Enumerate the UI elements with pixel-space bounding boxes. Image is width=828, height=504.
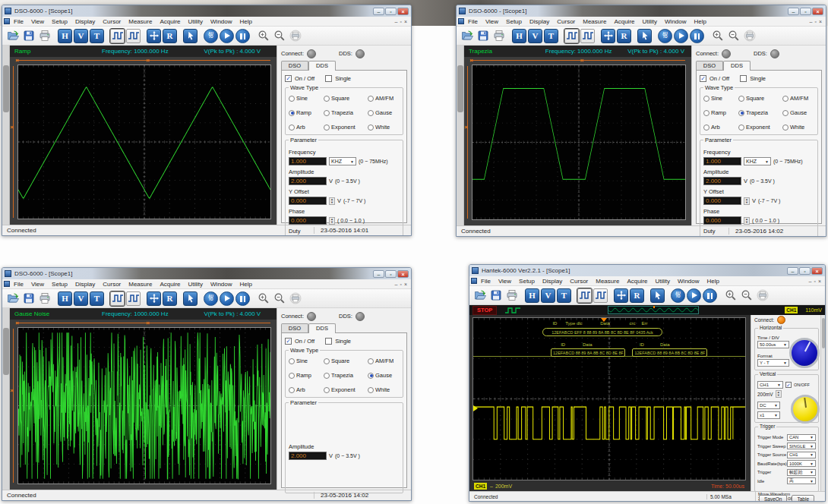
- open-button[interactable]: [460, 29, 474, 43]
- onoff-checkbox[interactable]: ✓: [700, 75, 706, 82]
- single-checkbox[interactable]: [325, 338, 332, 345]
- param-phase-spinner[interactable]: ▲▼: [744, 217, 750, 225]
- menu-item-utility[interactable]: Utility: [185, 18, 207, 25]
- print-preview-button[interactable]: [755, 288, 770, 303]
- menu-item-acquire[interactable]: Acquire: [156, 281, 184, 288]
- menu-item-file[interactable]: File: [464, 18, 482, 25]
- wave-option-white[interactable]: White: [368, 124, 400, 131]
- menu-item-display[interactable]: Display: [526, 18, 553, 25]
- trigger-trigger-select[interactable]: 帧起始▼: [787, 469, 816, 476]
- param-frequency-unit-select[interactable]: KHZ▼: [329, 157, 356, 165]
- wave-option-sine[interactable]: Sine: [703, 95, 738, 102]
- zoom-out-button[interactable]: [726, 29, 741, 43]
- pan-zoom-button[interactable]: [147, 29, 161, 43]
- horizontal-setup-button[interactable]: H: [512, 29, 526, 43]
- wave-option-exponent[interactable]: Exponent: [324, 124, 368, 131]
- zoom-out-button[interactable]: [272, 29, 286, 43]
- pan-zoom-button[interactable]: [601, 29, 615, 43]
- scrollbar-thumb[interactable]: [822, 318, 825, 348]
- trigger-position-marker[interactable]: [601, 318, 607, 322]
- titlebar[interactable]: DSO-6000 - [Scope1] – ▫ ×: [457, 5, 826, 17]
- wave-option-gause[interactable]: Gause: [368, 372, 400, 379]
- trigger-level-marker[interactable]: [473, 405, 478, 411]
- channel-badge[interactable]: CH1: [474, 483, 487, 490]
- wave-option-sine[interactable]: Sine: [289, 358, 324, 364]
- param-y-offset-spinner[interactable]: ▲▼: [329, 197, 335, 205]
- wave-option-square[interactable]: Square: [324, 358, 368, 364]
- minimize-button[interactable]: –: [788, 8, 799, 15]
- tab-dds[interactable]: DDS: [308, 61, 336, 71]
- menu-item-help[interactable]: Help: [691, 18, 710, 25]
- radio-exponent[interactable]: [324, 124, 330, 131]
- mdi-minimize-button[interactable]: –: [395, 282, 398, 287]
- save-button[interactable]: [476, 29, 490, 43]
- radio-ramp[interactable]: [289, 110, 295, 116]
- record-button[interactable]: R: [617, 29, 631, 43]
- radio-sine[interactable]: [703, 96, 709, 102]
- channel-select[interactable]: CH1▼: [757, 381, 783, 389]
- param-y-offset-spinner[interactable]: ▲▼: [744, 197, 750, 205]
- zoom-in-button[interactable]: [710, 29, 725, 43]
- wave-option-ramp[interactable]: Ramp: [289, 372, 324, 379]
- menu-item-help[interactable]: Help: [236, 281, 256, 288]
- wave-option-am-fm[interactable]: AM/FM: [368, 358, 400, 364]
- radio-gause[interactable]: [368, 373, 374, 379]
- pause-button[interactable]: [235, 29, 250, 43]
- radio-ramp[interactable]: [703, 110, 709, 116]
- param-amplitude-field[interactable]: 2.000: [289, 452, 327, 460]
- menu-item-measure[interactable]: Measure: [579, 18, 610, 25]
- minimize-button[interactable]: –: [373, 8, 384, 15]
- coupling-select[interactable]: DC▼: [757, 402, 780, 409]
- pan-zoom-button[interactable]: [614, 288, 628, 303]
- menu-item-file[interactable]: File: [10, 18, 27, 25]
- wave-option-exponent[interactable]: Exponent: [738, 124, 782, 131]
- cursor-tool-button[interactable]: [183, 291, 198, 306]
- param-amplitude-field[interactable]: 2.000: [703, 177, 741, 185]
- autoset-button[interactable]: AUTO: [204, 29, 218, 43]
- vertical-knob[interactable]: [791, 395, 820, 424]
- print-button[interactable]: [491, 29, 506, 43]
- waveform-mode-2-button[interactable]: [126, 291, 141, 306]
- wave-option-am-fm[interactable]: AM/FM: [368, 95, 400, 102]
- trigger-setup-button[interactable]: T: [544, 29, 558, 43]
- close-button[interactable]: ×: [812, 8, 823, 15]
- param-y-offset-field[interactable]: 0.000: [289, 197, 327, 205]
- scale-spinner[interactable]: ▲▼: [776, 390, 782, 398]
- run-button[interactable]: [687, 288, 701, 303]
- left-scrollbar[interactable]: [2, 308, 10, 490]
- open-button[interactable]: [472, 288, 487, 303]
- param-frequency-field[interactable]: 1.000: [289, 157, 327, 165]
- format-select[interactable]: Y - T▼: [757, 359, 789, 367]
- mdi-restore-button[interactable]: ▫: [400, 282, 401, 287]
- mdi-minimize-button[interactable]: –: [809, 279, 812, 284]
- vertical-position-slider[interactable]: ×: [464, 65, 472, 220]
- scrollbar-thumb[interactable]: [3, 65, 9, 112]
- waveform-mode-1-button[interactable]: [110, 291, 125, 306]
- radio-white[interactable]: [368, 387, 374, 393]
- print-button[interactable]: [37, 291, 52, 306]
- time-div-select[interactable]: 50.00us▼: [757, 341, 789, 348]
- restore-button[interactable]: ▫: [385, 8, 397, 15]
- single-checkbox[interactable]: [325, 75, 332, 82]
- zoom-in-button[interactable]: [256, 29, 270, 43]
- mdi-close-button[interactable]: ×: [818, 279, 821, 284]
- autoset-button[interactable]: AUTO: [658, 29, 672, 43]
- run-button[interactable]: [220, 29, 234, 43]
- cursor-tool-button[interactable]: [650, 288, 665, 303]
- print-preview-button[interactable]: [288, 291, 302, 306]
- close-button[interactable]: ×: [811, 267, 823, 275]
- radio-trapezia[interactable]: [324, 110, 330, 116]
- pan-zoom-button[interactable]: [147, 291, 161, 306]
- panel-scrollbar[interactable]: [820, 315, 825, 491]
- vertical-setup-button[interactable]: V: [528, 29, 542, 43]
- wave-option-trapezia[interactable]: Trapezia: [324, 372, 368, 379]
- single-checkbox[interactable]: [740, 75, 747, 82]
- menu-item-measure[interactable]: Measure: [125, 281, 156, 288]
- trigger-trigger-sweep-select[interactable]: SINGLE▼: [787, 443, 816, 449]
- menu-item-view[interactable]: View: [27, 281, 48, 288]
- wave-option-ramp[interactable]: Ramp: [289, 109, 324, 116]
- menu-item-cursor[interactable]: Cursor: [566, 278, 592, 285]
- param-amplitude-field[interactable]: 2.000: [289, 177, 327, 185]
- radio-am-fm[interactable]: [368, 96, 374, 102]
- radio-arb[interactable]: [289, 387, 295, 393]
